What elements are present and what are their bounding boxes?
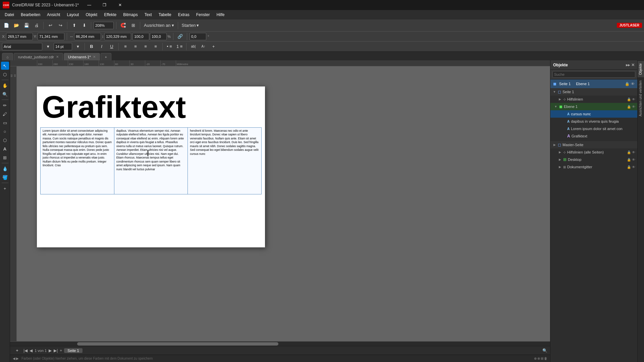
width-input[interactable]: [74, 33, 101, 40]
swatch-icon-2[interactable]: ⊗: [537, 357, 540, 360]
menu-effekte[interactable]: Effekte: [101, 11, 120, 18]
grid-button[interactable]: ⊞: [129, 21, 138, 30]
hilfs-lock[interactable]: 🔒: [627, 150, 631, 154]
pan-tool[interactable]: ✋: [1, 81, 9, 89]
bold-button[interactable]: B: [87, 42, 96, 51]
freehand-tool[interactable]: ✏: [1, 101, 9, 109]
page-prev-btn[interactable]: ◀: [30, 348, 33, 353]
new-button[interactable]: 📄: [2, 21, 11, 30]
ebene1-lock[interactable]: 🔒: [627, 105, 631, 109]
tree-lorem-ipsum[interactable]: A Lorem ipsum dolor sit amet con: [550, 125, 637, 132]
align-left-button[interactable]: ≡: [121, 42, 130, 51]
menu-text[interactable]: Text: [141, 11, 155, 18]
font-name-input[interactable]: [2, 43, 42, 50]
export-button[interactable]: ⬇: [80, 21, 89, 30]
tab-file1[interactable]: rundsatz_justlaser.cdr ✕: [14, 53, 63, 60]
scale-y-input[interactable]: [150, 33, 167, 40]
x-input[interactable]: [6, 33, 33, 40]
print-button[interactable]: 🖨: [32, 21, 41, 30]
align-dropdown[interactable]: Ausrichten an ▾: [143, 21, 175, 30]
text-frame-btn[interactable]: ab|: [189, 42, 198, 51]
minimize-button[interactable]: —: [82, 0, 97, 10]
node-tool[interactable]: ⬡: [1, 70, 9, 78]
opentype-btn[interactable]: A↑: [199, 42, 208, 51]
swatch-icon-1[interactable]: ⊕: [534, 357, 537, 360]
desktop-eye[interactable]: 👁: [632, 158, 635, 162]
tree-hilfslinien-alle[interactable]: ▶ ⊹ Hilfslinien (alle Seiten) 🔒 👁: [550, 148, 637, 156]
panel-expand-btn[interactable]: ▸▸: [626, 63, 630, 67]
add-page-btn[interactable]: +: [13, 346, 21, 355]
hilfslinien-lock[interactable]: 🔒: [627, 98, 631, 101]
redo-button[interactable]: ↪: [56, 21, 65, 30]
swatch-icon-3[interactable]: ⊞: [541, 357, 543, 360]
menu-fenster[interactable]: Fenster: [193, 11, 213, 18]
tree-dapibus[interactable]: A dapibus in viverra quis feugia: [550, 118, 637, 125]
graphic-text-element[interactable]: Grafiktext: [37, 86, 265, 124]
eyedropper-tool[interactable]: 💧: [1, 165, 9, 173]
ebene1-eye[interactable]: 👁: [632, 105, 635, 109]
color-swatch-icons[interactable]: ⊕ ⊗ ⊞ 🗑: [534, 357, 547, 360]
add-page-after-btn[interactable]: +: [60, 348, 62, 353]
horizontal-scrollbar[interactable]: [10, 341, 550, 346]
open-button[interactable]: 📂: [12, 21, 21, 30]
fill-tool[interactable]: 🪣: [1, 173, 9, 181]
page-tab[interactable]: Seite 1: [64, 348, 82, 353]
italic-button[interactable]: I: [97, 42, 106, 51]
page-lock-btn[interactable]: 🔒: [625, 82, 630, 86]
zoom-input[interactable]: 208%: [94, 22, 114, 29]
tab-active[interactable]: Unbenannt-1* ✕: [64, 53, 100, 60]
text-column-3[interactable]: hendrerit id lorem. Maecenas nec odio et…: [187, 127, 262, 194]
zoom-tool[interactable]: 🔍: [1, 90, 9, 98]
close-button[interactable]: ✕: [112, 0, 128, 10]
menu-objekt[interactable]: Objekt: [82, 11, 101, 18]
lock-ratio-button[interactable]: 🔗: [176, 32, 184, 41]
page-eye-btn[interactable]: 👁: [631, 82, 635, 86]
tree-desktop[interactable]: ▶ ⊞ Desktop 🔒 👁: [550, 156, 637, 163]
tree-hilfslinien[interactable]: ▶ ⊹ Hilfslinien 🔒 👁: [550, 96, 637, 103]
save-button[interactable]: 💾: [22, 21, 31, 30]
snap-button[interactable]: 🧲: [119, 21, 127, 30]
start-button[interactable]: Starten ▾: [180, 21, 201, 30]
gitter-eye-btn[interactable]: 👁: [632, 165, 635, 169]
menu-ansicht[interactable]: Ansicht: [44, 11, 63, 18]
import-button[interactable]: ⬆: [70, 21, 78, 30]
select-tool[interactable]: ↖: [1, 62, 9, 70]
smart-fill-tool[interactable]: 🖊: [1, 110, 9, 118]
page-first-btn[interactable]: |◀: [23, 348, 28, 353]
rtab-objekte[interactable]: Objekte: [638, 60, 644, 77]
ellipse-tool[interactable]: ○: [1, 127, 9, 135]
bulleted-list-btn[interactable]: • ≡: [165, 42, 174, 51]
menu-hilfe[interactable]: Hilfe: [213, 11, 228, 18]
search-input[interactable]: [552, 71, 635, 78]
font-size-input[interactable]: [54, 43, 72, 50]
scrollbar-thumb[interactable]: [77, 342, 278, 346]
canvas-area[interactable]: Grafiktext Lorem ipsum dolor sit amet co…: [17, 66, 550, 341]
desktop-lock[interactable]: 🔒: [627, 158, 631, 162]
hilfs-eye[interactable]: 👁: [632, 150, 635, 154]
menu-layout[interactable]: Layout: [63, 11, 82, 18]
menu-tabelle[interactable]: Tabelle: [155, 11, 175, 18]
justify-button[interactable]: ≡: [151, 42, 160, 51]
table-tool[interactable]: ⊞: [1, 154, 9, 162]
menu-datei[interactable]: Datei: [1, 11, 17, 18]
align-right-button[interactable]: ≡: [141, 42, 150, 51]
tab-home[interactable]: ⌂: [2, 53, 13, 60]
zoom-out-btn[interactable]: 🔍: [542, 348, 547, 353]
tree-dokumentgitter[interactable]: ▶ ⊞ Dokumentgitter 🔒 👁: [550, 163, 637, 171]
font-dropdown-btn[interactable]: ▾: [44, 42, 52, 51]
tree-ebene1[interactable]: ▼ ◼ Ebene 1 🔒 👁: [550, 103, 637, 110]
tree-master-seite[interactable]: ▶ ◻ Master-Seite: [550, 141, 637, 148]
numbered-list-btn[interactable]: 1 ≡: [175, 42, 184, 51]
add-tool[interactable]: +: [1, 184, 9, 192]
polygon-tool[interactable]: ⬡: [1, 136, 9, 144]
tab-add[interactable]: +: [101, 53, 111, 60]
menu-extras[interactable]: Extras: [175, 11, 193, 18]
tab-active-close[interactable]: ✕: [93, 55, 96, 59]
text-tool[interactable]: A: [1, 145, 9, 153]
rtab-ausrichten[interactable]: Ausrichten und verteilen: [638, 77, 644, 119]
tree-seite1[interactable]: ▼ ◻ Seite 1: [550, 88, 637, 96]
page-last-btn[interactable]: ▶|: [54, 348, 58, 353]
height-input[interactable]: [104, 33, 131, 40]
tab-file1-close[interactable]: ✕: [56, 55, 59, 59]
text-column-2[interactable]: dapibus. Vivamus elementum semper nisi. …: [114, 127, 188, 194]
